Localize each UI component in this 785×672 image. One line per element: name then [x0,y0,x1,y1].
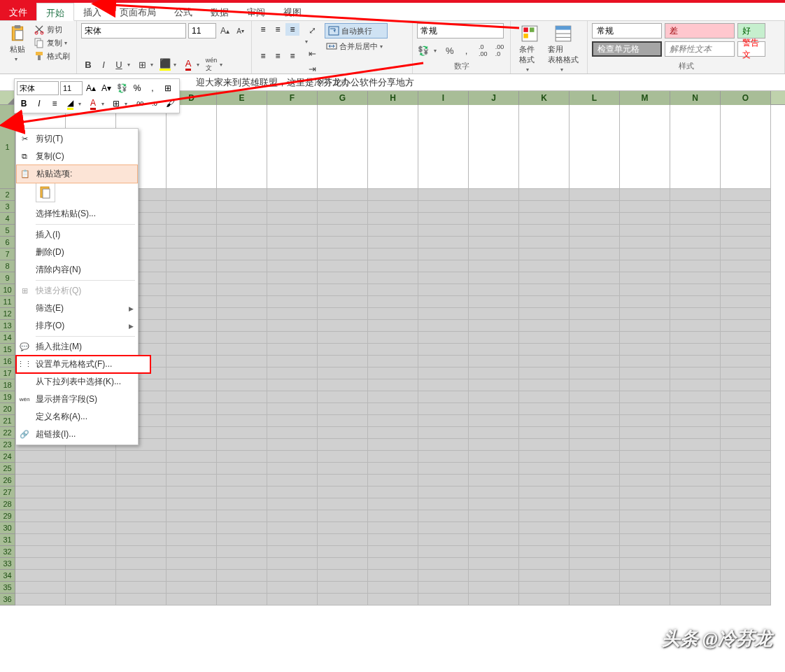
ctx-show-pinyin[interactable]: wén 显示拼音字段(S) [16,391,138,408]
style-bad[interactable]: 差 [665,23,735,38]
cell[interactable] [267,332,318,344]
cell[interactable] [318,594,368,606]
cell[interactable] [721,439,771,451]
cell[interactable] [418,284,469,296]
cell[interactable] [670,451,721,463]
cell[interactable] [217,594,267,606]
mini-align-icon[interactable]: ≡ [48,97,62,111]
cell[interactable] [620,534,670,546]
cell[interactable] [267,248,318,260]
mini-merge-icon[interactable]: ⊞ [161,81,175,95]
cell[interactable] [318,272,368,284]
cell[interactable] [368,451,418,463]
cell[interactable] [368,415,418,427]
cell[interactable] [217,260,267,272]
cell[interactable] [469,213,519,225]
cell[interactable] [670,356,721,368]
cell[interactable] [116,570,167,582]
cell[interactable] [418,439,469,451]
style-normal[interactable]: 常规 [592,23,662,38]
cell[interactable] [469,296,519,308]
cell[interactable] [217,546,267,558]
cell[interactable] [469,237,519,248]
mini-bold-button[interactable]: B [17,97,31,111]
cell[interactable] [217,582,267,594]
cell[interactable] [418,451,469,463]
cell[interactable] [519,486,570,498]
font-size-select[interactable] [188,23,216,38]
wrap-text-button[interactable]: 自动换行 [325,23,388,38]
cell[interactable] [217,284,267,296]
cell[interactable] [721,534,771,546]
cell[interactable] [418,356,469,368]
cell[interactable] [519,213,570,225]
cell[interactable] [670,522,721,534]
row-header[interactable]: 9 [0,272,15,284]
cell[interactable] [570,237,620,248]
cell[interactable] [670,379,721,391]
cell[interactable] [368,368,418,379]
cell[interactable] [267,522,318,534]
cell[interactable] [116,534,167,546]
cell[interactable] [670,558,721,570]
mini-currency-icon[interactable]: 💱 [115,81,129,95]
font-color-button[interactable]: A [181,57,195,71]
cell[interactable] [670,415,721,427]
cell[interactable] [318,260,368,272]
format-painter-button[interactable]: 格式刷 [32,50,72,62]
cell[interactable] [670,546,721,558]
cell[interactable] [15,546,66,558]
cell[interactable] [469,534,519,546]
cell[interactable] [519,546,570,558]
fill-color-button[interactable]: ⬛ [158,57,172,71]
cell[interactable] [570,510,620,522]
cell[interactable] [116,486,167,498]
ctx-insert-comment[interactable]: 💬 插入批注(M) [16,338,138,356]
cell[interactable] [620,475,670,486]
ctx-paste-options[interactable]: 📋 粘贴选项: [16,164,138,183]
cell[interactable] [318,463,368,475]
cell[interactable] [418,558,469,570]
cell[interactable] [469,570,519,582]
row-header[interactable]: 7 [0,248,15,260]
cell[interactable] [570,225,620,237]
cell[interactable] [368,189,418,201]
mini-comma-icon[interactable]: , [146,81,160,95]
column-header[interactable]: K [519,91,570,105]
row-header[interactable]: 8 [0,260,15,272]
cell[interactable] [469,558,519,570]
cell[interactable] [418,475,469,486]
cell[interactable] [670,510,721,522]
cell[interactable] [721,260,771,272]
row-header[interactable]: 31 [0,534,15,546]
cell[interactable] [721,546,771,558]
cell[interactable] [721,332,771,344]
align-bottom-icon[interactable]: ≡ [285,23,299,36]
cell[interactable] [368,391,418,403]
cell[interactable] [368,356,418,368]
row-header[interactable]: 27 [0,486,15,498]
cell[interactable] [469,332,519,344]
row-header[interactable]: 14 [0,332,15,344]
cell[interactable] [620,570,670,582]
cell[interactable] [267,189,318,201]
cell[interactable] [267,344,318,356]
cell[interactable] [721,368,771,379]
cell[interactable] [670,582,721,594]
cell[interactable] [267,510,318,522]
cell[interactable] [418,427,469,439]
cell[interactable] [217,570,267,582]
cell[interactable] [519,225,570,237]
cell[interactable] [670,272,721,284]
cell[interactable] [670,260,721,272]
cell[interactable] [15,475,66,486]
cell[interactable] [116,475,167,486]
row-header[interactable]: 24 [0,451,15,463]
underline-button[interactable]: U [112,57,126,71]
cell[interactable] [267,105,318,189]
cell[interactable] [469,439,519,451]
cell[interactable] [66,570,116,582]
decrease-font-icon[interactable]: A▾ [234,24,247,38]
cell[interactable] [368,379,418,391]
row-header[interactable]: 17 [0,368,15,379]
